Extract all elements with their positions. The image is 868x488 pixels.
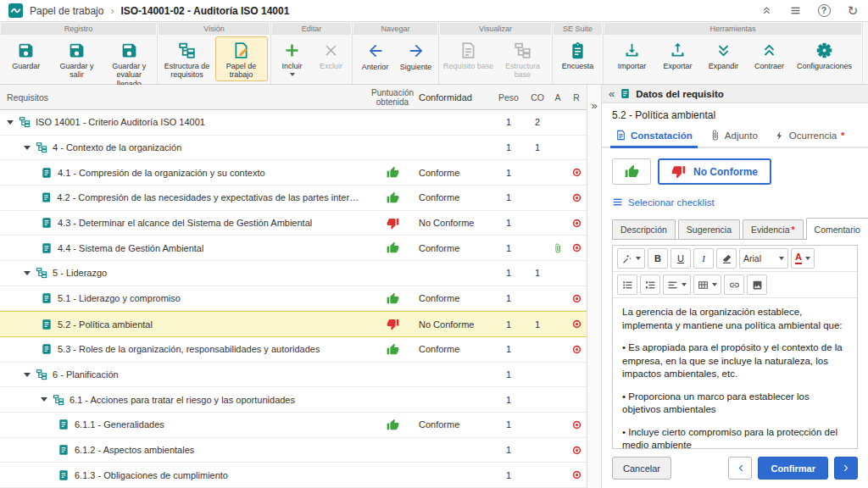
table-row[interactable]: 6.1.1 - Generalidades Conforme 1 <box>0 413 587 438</box>
collapse-panel-icon[interactable]: « <box>609 88 615 99</box>
previous-requirement-button[interactable] <box>728 457 752 480</box>
app-logo-icon <box>8 3 23 18</box>
table-row[interactable]: 5 - Liderazgo 1 1 <box>0 261 587 286</box>
table-row[interactable]: 4.2 - Compresión de las necesidades y ex… <box>0 186 587 211</box>
importar-button[interactable]: Importar <box>610 36 654 81</box>
numbered-list-button[interactable] <box>640 274 660 295</box>
requirement-label: 4 - Contexto de la organización <box>53 142 181 152</box>
tab-adjunto[interactable]: Adjunto <box>701 125 766 147</box>
table-row[interactable]: 6 - Planificación 1 <box>0 363 587 388</box>
confirmar-button[interactable]: Confirmar <box>758 457 828 480</box>
subtab-descripcion[interactable]: Descripción <box>612 219 676 239</box>
font-family-select[interactable]: Arial <box>739 248 788 269</box>
table-row[interactable]: 5.1 - Liderazgo y compromiso Conforme 1 <box>0 286 587 312</box>
subtab-comentario[interactable]: Comentario <box>806 218 868 240</box>
requirement-label: 5 - Liderazgo <box>53 268 107 278</box>
tab-constatacion[interactable]: Constatación <box>607 125 701 147</box>
requirements-table: Requisitos Puntuación obtenida Conformid… <box>0 85 587 488</box>
font-color-button[interactable]: A <box>791 248 815 269</box>
estructura-requisitos-button[interactable]: Estructura de requisitos <box>161 36 214 81</box>
no-conforme-button[interactable]: No Conforme <box>658 158 771 185</box>
ribbon-group-sesuite: SE Suite Encuesta <box>553 22 604 84</box>
expand-caret-icon[interactable] <box>24 373 31 377</box>
expandir-button[interactable]: Expandir <box>702 36 746 81</box>
chevron-left-icon <box>735 463 746 474</box>
column-peso[interactable]: Peso <box>492 92 526 103</box>
configuraciones-button[interactable]: Configuraciones <box>793 36 856 81</box>
structure-node-icon <box>36 141 47 153</box>
papel-trabajo-button[interactable]: Papel de trabajo <box>215 36 268 81</box>
bold-button[interactable]: B <box>648 248 668 269</box>
insert-image-button[interactable] <box>747 274 767 295</box>
requirement-doc-icon <box>41 343 53 355</box>
editor-subtabs: Descripción Sugerencia Evidencia* Coment… <box>612 218 858 240</box>
anterior-button[interactable]: Anterior <box>356 36 395 81</box>
refresh-icon[interactable]: ↻ <box>846 4 860 18</box>
clear-format-button[interactable] <box>716 248 737 269</box>
breadcrumb-root[interactable]: Papel de trabajo <box>30 5 103 17</box>
menu-list-icon[interactable] <box>788 4 802 18</box>
subtab-sugerencia[interactable]: Sugerencia <box>678 219 740 239</box>
table-row[interactable]: ISO 14001 - Criterio Auditoría ISO 14001… <box>0 110 587 136</box>
insert-link-button[interactable] <box>724 274 744 295</box>
requirement-detail-panel: « Datos del requisito 5.2 - Política amb… <box>602 85 868 488</box>
expand-caret-icon[interactable] <box>41 397 47 402</box>
siguiente-button[interactable]: Siguiente <box>397 36 436 81</box>
insert-table-button[interactable] <box>693 274 721 295</box>
table-row[interactable]: 4.3 - Determinar el alcance del Sistema … <box>0 211 587 236</box>
comment-textarea[interactable]: La gerencia de la organización establece… <box>613 298 857 448</box>
align-icon <box>667 280 678 291</box>
underline-button[interactable]: U <box>670 248 691 269</box>
expand-caret-icon[interactable] <box>7 120 14 125</box>
next-requirement-button[interactable] <box>834 457 858 480</box>
select-checklist-link[interactable]: Selecionar checklist <box>602 190 868 211</box>
column-co[interactable]: CO <box>526 92 549 103</box>
expand-caret-icon[interactable] <box>24 271 31 275</box>
column-requisitos[interactable]: Requisitos <box>0 92 366 103</box>
thumb-down-icon <box>387 217 399 230</box>
encuesta-button[interactable]: Encuesta <box>555 36 601 81</box>
required-marker: * <box>841 130 844 141</box>
ribbon-group-editar: Editar Incluir Excluir <box>271 22 353 84</box>
requirement-doc-icon <box>41 167 53 179</box>
table-row[interactable]: 5.3 - Roles de la organización, responsa… <box>0 337 587 363</box>
requirement-title: 5.2 - Política ambiental <box>602 103 868 123</box>
column-a[interactable]: A <box>549 92 566 103</box>
required-marker: * <box>792 225 795 235</box>
expand-caret-icon[interactable] <box>24 146 31 150</box>
panel-splitter[interactable]: » <box>587 85 602 488</box>
guardar-button[interactable]: Guardar <box>2 36 51 89</box>
help-icon[interactable]: ? <box>817 4 831 18</box>
conforme-button[interactable] <box>612 158 651 185</box>
column-conformidad[interactable]: Conformidad <box>419 92 492 103</box>
expand-panel-icon[interactable]: » <box>591 100 597 111</box>
guardar-y-salir-button[interactable]: Guardar y salir <box>53 36 102 89</box>
cancelar-button[interactable]: Cancelar <box>612 457 671 480</box>
bullet-list-button[interactable] <box>617 274 637 295</box>
magic-format-button[interactable] <box>617 248 645 269</box>
table-row[interactable]: 4.1 - Compresión de la organización y su… <box>0 160 587 186</box>
align-button[interactable] <box>663 274 691 295</box>
ribbon-spacer <box>863 22 868 84</box>
collapse-header-icon[interactable] <box>760 4 773 18</box>
subtab-evidencia[interactable]: Evidencia* <box>743 219 804 239</box>
table-row[interactable]: 4 - Contexto de la organización 1 1 <box>0 136 587 161</box>
ribbon-group-registro: Registro Guardar Guardar y salir Guardar… <box>0 22 158 84</box>
note-icon <box>615 130 626 141</box>
table-row[interactable]: 6.1 - Acciones para tratar el riesgo y l… <box>0 387 587 413</box>
column-puntuacion[interactable]: Puntuación obtenida <box>366 88 419 107</box>
column-r[interactable]: R <box>566 92 587 103</box>
table-row[interactable]: 4.4 - Sistema de Gestión Ambiental Confo… <box>0 236 587 261</box>
peso-value: 1 <box>492 117 526 127</box>
table-row[interactable]: 6.1.2 - Aspectos ambientales 1 <box>0 438 587 463</box>
tab-ocurrencia[interactable]: Ocurrencia * <box>766 125 854 147</box>
table-row[interactable]: 6.1.3 - Obligaciones de cumplimiento 1 <box>0 463 587 488</box>
incluir-button[interactable]: Incluir <box>274 36 311 81</box>
table-row-selected[interactable]: 5.2 - Política ambiental No Conforme 1 1 <box>0 311 587 337</box>
italic-button[interactable]: I <box>693 248 714 269</box>
contraer-button[interactable]: Contraer <box>748 36 792 81</box>
editor-toolbar-row1: B U I Arial A <box>613 246 857 272</box>
exportar-button[interactable]: Exportar <box>656 36 700 81</box>
requirement-label: 5.3 - Roles de la organización, responsa… <box>58 344 320 354</box>
guardar-evaluar-button[interactable]: Guardar y evaluar llenado <box>103 36 155 89</box>
